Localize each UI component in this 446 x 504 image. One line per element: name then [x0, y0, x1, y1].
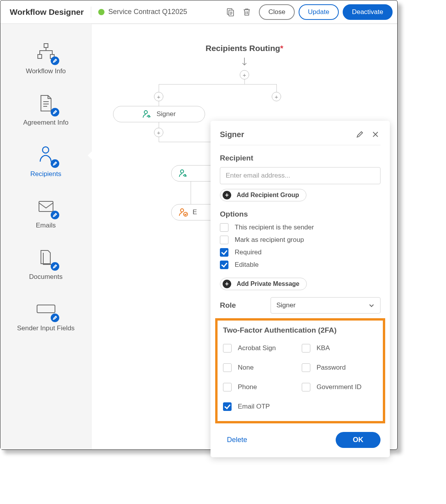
plus-icon: + — [223, 280, 231, 288]
documents-icon — [35, 247, 57, 268]
options-label: Options — [220, 210, 381, 219]
svg-rect-6 — [39, 201, 53, 211]
checkbox-mark-group[interactable] — [220, 236, 228, 244]
sidebar-item-label: Emails — [36, 222, 56, 229]
edit-badge-icon — [51, 56, 59, 65]
edit-icon[interactable] — [355, 129, 365, 139]
add-private-message-button[interactable]: + Add Private Message — [220, 278, 307, 290]
checkbox-2fa-acrobat-sign[interactable] — [223, 344, 232, 352]
recipient-label: Recipient — [220, 154, 381, 162]
edit-badge-icon — [51, 211, 59, 219]
copy-icon[interactable] — [224, 5, 237, 19]
checkbox-2fa-phone[interactable] — [223, 383, 232, 391]
node-label: Signer — [156, 110, 175, 118]
checkbox-label: Acrobat Sign — [238, 344, 276, 352]
edit-badge-icon — [51, 108, 59, 116]
status-dot-icon — [98, 9, 104, 15]
workflow-icon — [35, 41, 57, 63]
checkbox-label: Government ID — [317, 383, 361, 391]
checkbox-2fa-emailotp[interactable] — [223, 402, 232, 411]
popover-title: Signer — [220, 130, 349, 139]
checkbox-required[interactable] — [220, 248, 228, 257]
sidebar-item-label: Recipients — [30, 170, 61, 178]
twofa-title: Two-Factor Authentication (2FA) — [223, 326, 377, 335]
checkbox-editable[interactable] — [220, 261, 228, 269]
recipient-email-input[interactable] — [220, 167, 381, 184]
signer-icon — [142, 109, 152, 119]
signer-popover: Signer Recipient + Add Recipient Group O… — [211, 121, 390, 457]
ok-button[interactable]: OK — [336, 432, 381, 448]
role-select[interactable]: Signer — [271, 297, 381, 314]
sidebar-item-label: Workflow Info — [26, 67, 66, 75]
signer-check-icon — [179, 208, 189, 217]
checkbox-is-sender[interactable] — [220, 223, 228, 232]
deactivate-button[interactable]: Deactivate — [343, 4, 393, 20]
sidebar-item-label: Agreement Info — [23, 119, 68, 127]
close-button[interactable]: Close — [259, 4, 294, 20]
add-node-button[interactable]: + — [240, 70, 249, 79]
svg-point-8 — [144, 111, 147, 114]
sidebar-item-agreement-info[interactable]: Agreement Info — [0, 87, 91, 138]
edit-badge-icon — [51, 262, 59, 271]
add-recipient-group-button[interactable]: + Add Recipient Group — [220, 189, 306, 201]
arrow-down-icon — [241, 57, 248, 67]
sidebar-item-sender-input-fields[interactable]: Sender Input Fields — [0, 293, 91, 344]
checkbox-label: KBA — [317, 344, 330, 352]
checkbox-label: Editable — [235, 261, 258, 269]
routing-title: Recipients Routing* — [92, 44, 397, 53]
svg-rect-3 — [38, 55, 42, 58]
signer-node[interactable]: Signer — [113, 106, 205, 122]
divider — [91, 7, 91, 18]
signer-icon — [179, 169, 189, 178]
app-title: Workflow Designer — [10, 7, 84, 17]
sidebar-item-documents[interactable]: Documents — [0, 241, 91, 293]
add-node-button[interactable]: + — [154, 128, 163, 137]
sidebar-item-workflow-info[interactable]: Workflow Info — [0, 35, 91, 87]
svg-point-9 — [181, 170, 184, 173]
workflow-name: Service Contract Q12025 — [108, 8, 187, 16]
sidebar: Workflow Info Agreement Info Recipients — [0, 24, 92, 449]
input-fields-icon — [35, 298, 57, 320]
checkbox-label: Required — [235, 248, 262, 256]
edit-badge-icon — [51, 159, 59, 168]
sidebar-item-recipients[interactable]: Recipients — [0, 138, 91, 190]
sidebar-item-label: Sender Input Fields — [17, 324, 74, 332]
node-label: E — [193, 208, 197, 216]
sidebar-item-emails[interactable]: Emails — [0, 190, 91, 241]
close-icon[interactable] — [370, 129, 381, 139]
checkbox-2fa-password[interactable] — [302, 363, 310, 372]
add-node-button[interactable]: + — [154, 92, 163, 101]
chevron-down-icon — [368, 302, 375, 308]
trash-icon[interactable] — [240, 5, 253, 19]
top-bar: Workflow Designer Service Contract Q1202… — [0, 0, 397, 24]
checkbox-label: Mark as recipient group — [235, 236, 304, 244]
plus-icon: + — [223, 191, 231, 199]
checkbox-label: Phone — [238, 383, 257, 391]
checkbox-label: Email OTP — [238, 403, 270, 411]
svg-rect-7 — [37, 305, 55, 313]
recipients-icon — [35, 144, 57, 166]
twofa-section: Two-Factor Authentication (2FA) Acrobat … — [215, 318, 385, 423]
svg-point-10 — [181, 209, 184, 212]
sidebar-item-label: Documents — [29, 273, 63, 281]
checkbox-2fa-govid[interactable] — [302, 383, 310, 391]
role-label: Role — [220, 301, 255, 310]
checkbox-label: None — [238, 364, 254, 372]
edit-badge-icon — [51, 314, 59, 322]
checkbox-label: Password — [317, 364, 346, 372]
update-button[interactable]: Update — [299, 4, 339, 20]
svg-point-5 — [42, 147, 49, 153]
add-node-button[interactable]: + — [272, 92, 281, 101]
delete-button[interactable]: Delete — [220, 436, 254, 444]
document-icon — [35, 92, 57, 114]
svg-rect-2 — [44, 44, 48, 48]
checkbox-2fa-none[interactable] — [223, 363, 232, 372]
checkbox-2fa-kba[interactable] — [302, 344, 310, 352]
email-icon — [35, 195, 57, 217]
checkbox-label: This recipient is the sender — [235, 224, 314, 231]
